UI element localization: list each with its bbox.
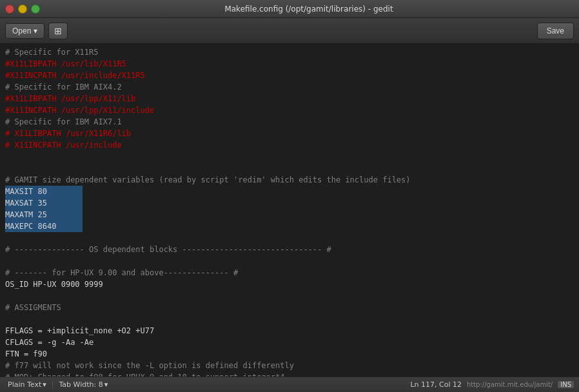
language-label: Plain Text bbox=[8, 380, 41, 389]
toolbar: Open ▾ ⊞ Save bbox=[0, 18, 579, 44]
code-line: # MOD: Changed to f90 for HPUX 9 and 10 … bbox=[5, 373, 284, 377]
tab-arrow-icon: ▾ bbox=[104, 380, 108, 389]
code-line: #X11INCPATH /usr/include/X11R5 bbox=[5, 71, 145, 80]
code-line: #X11LIBPATH /usr/lib/X11R5 bbox=[5, 59, 126, 68]
pin-icon: ⊞ bbox=[54, 26, 62, 36]
code-line: # Specific for X11R5 bbox=[5, 48, 99, 57]
code-line: OS_ID HP-UX 0900 9999 bbox=[5, 280, 103, 289]
extra-info: http://gamit.mit.edu/jamit/ bbox=[467, 381, 553, 388]
code-line: FFLAGS = +implicit_none +O2 +U77 bbox=[5, 326, 154, 335]
code-line: # GAMIT size dependent variables (read b… bbox=[5, 175, 411, 184]
code-line: # X11LIBPATH /usr/X11R6/lib bbox=[5, 129, 131, 138]
code-line: # f77 will not work since the -L option … bbox=[5, 361, 294, 370]
close-button[interactable] bbox=[5, 5, 14, 14]
open-arrow-icon: ▾ bbox=[34, 26, 37, 35]
code-line: # Specific for IBM AIX4.2 bbox=[5, 83, 122, 92]
tab-width-selector[interactable]: Tab Width: 8 ▾ bbox=[56, 380, 110, 389]
window-title: Makefile.config (/opt/gamit/libraries) -… bbox=[44, 5, 574, 14]
insert-mode-badge: INS bbox=[558, 381, 574, 388]
separator: | bbox=[52, 380, 54, 389]
code-line: #X11LIBPATH /usr/lpp/X11/lib bbox=[5, 94, 135, 103]
code-line: MAXSAT 35 bbox=[5, 199, 83, 208]
open-label: Open bbox=[12, 26, 31, 35]
statusbar: Plain Text ▾ | Tab Width: 8 ▾ Ln 117, Co… bbox=[0, 377, 579, 392]
tab-width-label: Tab Width: 8 bbox=[59, 380, 103, 389]
language-arrow-icon: ▾ bbox=[43, 380, 46, 389]
code-line: CFLAGS = -g -Aa -Ae bbox=[5, 338, 93, 347]
editor[interactable]: # Specific for X11R5 #X11LIBPATH /usr/li… bbox=[0, 44, 579, 377]
code-line: # ------- for HP-UX 9.00 and above------… bbox=[5, 268, 238, 277]
open-button[interactable]: Open ▾ bbox=[5, 23, 44, 39]
code-line: # Specific for IBM AIX7.1 bbox=[5, 117, 122, 126]
code-editor[interactable]: # Specific for X11R5 #X11LIBPATH /usr/li… bbox=[0, 44, 579, 377]
language-selector[interactable]: Plain Text ▾ bbox=[5, 380, 49, 389]
code-line: # ASSIGMENTS bbox=[5, 303, 61, 312]
code-line: MAXATM 25 bbox=[5, 210, 83, 219]
code-line: #X11INCPATH /usr/lpp/X11/include bbox=[5, 106, 154, 115]
pin-button[interactable]: ⊞ bbox=[48, 23, 68, 39]
minimize-button[interactable] bbox=[18, 5, 27, 14]
titlebar: Makefile.config (/opt/gamit/libraries) -… bbox=[0, 0, 579, 18]
code-line: FTN = f90 bbox=[5, 349, 47, 358]
code-line: MAXSIT 80 bbox=[5, 187, 83, 196]
status-right: Ln 117, Col 12 http://gamit.mit.edu/jami… bbox=[410, 380, 574, 389]
maximize-button[interactable] bbox=[31, 5, 40, 14]
code-line: # X11INCPATH /usr/include bbox=[5, 141, 122, 150]
save-button[interactable]: Save bbox=[537, 23, 574, 39]
blank-line bbox=[5, 164, 10, 173]
code-line: MAXEPC 8640 bbox=[5, 222, 83, 231]
code-line: # --------------- OS dependent blocks --… bbox=[5, 245, 331, 254]
cursor-position: Ln 117, Col 12 bbox=[410, 380, 462, 389]
